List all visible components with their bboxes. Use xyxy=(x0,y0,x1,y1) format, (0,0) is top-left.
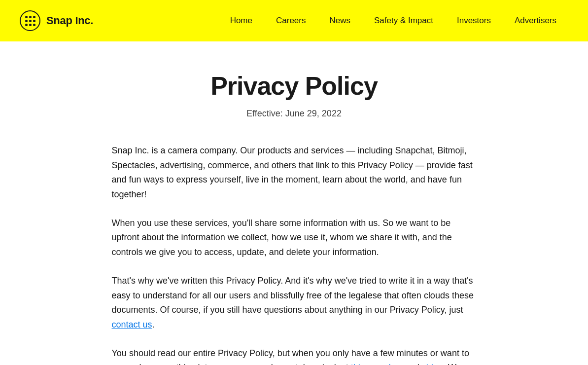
nav-item-news[interactable]: News xyxy=(317,0,362,41)
site-header: Snap Inc. Home Careers News Safety & Imp… xyxy=(0,0,588,41)
nav-item-home[interactable]: Home xyxy=(218,0,264,41)
paragraph-4-text-between: and xyxy=(402,363,422,365)
logo-text: Snap Inc. xyxy=(46,14,93,27)
content-section: Snap Inc. is a camera company. Our produ… xyxy=(112,144,477,365)
nav-item-investors[interactable]: Investors xyxy=(445,0,503,41)
paragraph-2: When you use these services, you'll shar… xyxy=(112,216,477,260)
video-link[interactable]: video xyxy=(422,363,443,365)
main-content: Privacy Policy Effective: June 29, 2022 … xyxy=(92,41,496,365)
nav-item-advertisers[interactable]: Advertisers xyxy=(503,0,568,41)
page-title: Privacy Policy xyxy=(112,71,477,101)
overview-link[interactable]: this overview xyxy=(351,363,402,365)
paragraph-3-text-before: That's why we've written this Privacy Po… xyxy=(112,276,474,315)
logo-grid-icon xyxy=(20,10,40,31)
paragraph-3: That's why we've written this Privacy Po… xyxy=(112,274,477,332)
contact-us-link[interactable]: contact us xyxy=(112,320,152,329)
effective-date: Effective: June 29, 2022 xyxy=(112,109,477,119)
paragraph-1: Snap Inc. is a camera company. Our produ… xyxy=(112,144,477,202)
logo-link[interactable]: Snap Inc. xyxy=(20,10,93,31)
nav-item-careers[interactable]: Careers xyxy=(264,0,317,41)
main-nav: Home Careers News Safety & Impact Invest… xyxy=(218,0,568,41)
paragraph-3-text-after: . xyxy=(152,320,155,329)
nav-item-safety-impact[interactable]: Safety & Impact xyxy=(362,0,445,41)
paragraph-4: You should read our entire Privacy Polic… xyxy=(112,346,477,365)
